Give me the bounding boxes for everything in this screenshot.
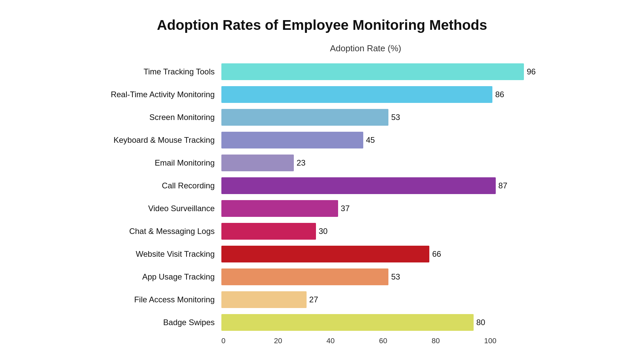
bar-value-label: 30: [319, 227, 328, 236]
bar-track: 53: [221, 268, 537, 285]
chart-container: Adoption Rates of Employee Monitoring Me…: [87, 4, 557, 359]
bar-fill: [221, 63, 524, 80]
bar-fill: [221, 314, 474, 331]
bar-value-label: 27: [309, 295, 318, 304]
bar-label: File Access Monitoring: [107, 295, 221, 304]
bar-fill: [221, 246, 429, 262]
chart-title: Adoption Rates of Employee Monitoring Me…: [107, 17, 537, 33]
bar-row: Real-Time Activity Monitoring86: [107, 83, 537, 106]
bar-value-label: 80: [476, 318, 485, 327]
bar-label: Chat & Messaging Logs: [107, 227, 221, 236]
bar-label: Keyboard & Mouse Tracking: [107, 135, 221, 145]
bar-fill: [221, 132, 363, 148]
bar-fill: [221, 291, 307, 308]
bar-row: Website Visit Tracking66: [107, 243, 537, 265]
bar-fill: [221, 200, 338, 217]
bar-row: File Access Monitoring27: [107, 288, 537, 311]
bar-value-label: 86: [495, 90, 504, 99]
bar-value-label: 23: [297, 158, 306, 168]
bar-track: 30: [221, 223, 537, 240]
x-tick: 60: [379, 337, 432, 345]
bar-value-label: 96: [527, 67, 536, 76]
bar-row: Keyboard & Mouse Tracking45: [107, 129, 537, 152]
bar-row: Chat & Messaging Logs30: [107, 220, 537, 243]
bar-row: App Usage Tracking53: [107, 265, 537, 288]
bar-row: Time Tracking Tools96: [107, 60, 537, 83]
bar-value-label: 53: [391, 272, 400, 282]
bar-label: Time Tracking Tools: [107, 67, 221, 76]
bar-label: Call Recording: [107, 181, 221, 190]
bar-value-label: 87: [498, 181, 507, 190]
bar-track: 27: [221, 291, 537, 308]
axis-label: Adoption Rate (%): [195, 43, 537, 54]
bar-row: Video Surveillance37: [107, 197, 537, 220]
x-tick: 80: [432, 337, 484, 345]
x-axis: 020406080100: [221, 337, 537, 345]
bar-track: 87: [221, 177, 537, 194]
x-tick: 40: [326, 337, 379, 345]
bar-value-label: 37: [341, 204, 350, 213]
bar-value-label: 53: [391, 113, 400, 122]
bar-row: Badge Swipes80: [107, 311, 537, 334]
chart-area: Time Tracking Tools96Real-Time Activity …: [107, 60, 537, 334]
bar-label: Website Visit Tracking: [107, 249, 221, 259]
bar-fill: [221, 177, 496, 194]
bar-track: 37: [221, 200, 537, 217]
bar-row: Call Recording87: [107, 174, 537, 197]
x-tick: 0: [221, 337, 274, 345]
bar-value-label: 45: [366, 135, 375, 145]
bar-fill: [221, 268, 388, 285]
bar-label: Screen Monitoring: [107, 113, 221, 122]
bar-fill: [221, 109, 388, 126]
bar-fill: [221, 86, 492, 103]
bar-fill: [221, 223, 316, 240]
bar-label: App Usage Tracking: [107, 272, 221, 282]
x-tick: 100: [484, 337, 537, 345]
bar-track: 96: [221, 63, 537, 80]
bar-fill: [221, 155, 294, 171]
bar-value-label: 66: [432, 249, 441, 259]
bar-label: Email Monitoring: [107, 158, 221, 168]
bar-track: 53: [221, 109, 537, 126]
bar-label: Video Surveillance: [107, 204, 221, 213]
bar-track: 45: [221, 132, 537, 148]
bar-row: Email Monitoring23: [107, 152, 537, 174]
bar-track: 66: [221, 246, 537, 262]
bar-track: 80: [221, 314, 537, 331]
x-axis-ticks: 020406080100: [221, 337, 537, 345]
bar-track: 23: [221, 155, 537, 171]
bar-track: 86: [221, 86, 537, 103]
bar-label: Real-Time Activity Monitoring: [107, 90, 221, 99]
bar-label: Badge Swipes: [107, 318, 221, 327]
x-tick: 20: [274, 337, 327, 345]
bar-row: Screen Monitoring53: [107, 106, 537, 129]
